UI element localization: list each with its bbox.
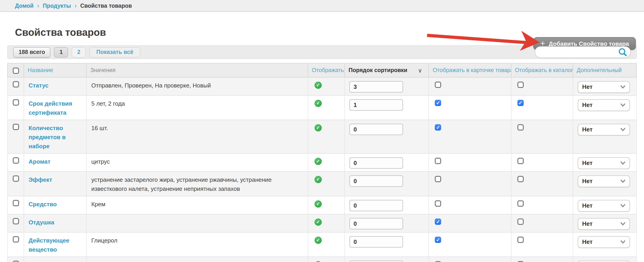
property-name-link[interactable]: Эффект — [28, 175, 52, 185]
column-header-show-in-catalog[interactable]: Отображать в каталоге — [511, 63, 573, 77]
row-select-checkbox[interactable] — [13, 200, 19, 206]
column-header-visible[interactable]: Отображать — [308, 63, 345, 77]
property-row: Действующее вещество Глицерол Нет — [8, 232, 636, 257]
property-values: Отправлен, Проверен, На проверке, Новый — [86, 77, 308, 95]
properties-table-body: Статус Отправлен, Проверен, На проверке,… — [8, 77, 636, 262]
sort-order-input[interactable] — [350, 175, 403, 187]
property-name-link[interactable]: Аромат — [28, 157, 50, 166]
show-all-button[interactable]: Показать всё — [90, 47, 140, 57]
search-icon[interactable] — [618, 48, 628, 57]
additional-select[interactable]: Нет — [578, 81, 630, 93]
sort-order-input[interactable] — [350, 81, 403, 92]
show-in-catalog-checkbox[interactable] — [517, 176, 524, 182]
column-header-sort[interactable]: Порядок сортировки ∨ — [345, 63, 429, 77]
chevron-down-icon — [620, 103, 626, 107]
visible-status-icon[interactable] — [314, 158, 322, 165]
sort-order-input[interactable] — [350, 200, 403, 211]
additional-select[interactable]: Нет — [578, 175, 630, 187]
sort-direction-icon[interactable]: ∨ — [418, 67, 422, 74]
search-box — [534, 46, 631, 58]
property-name-link[interactable]: Отдушка — [28, 218, 54, 227]
row-select-checkbox[interactable] — [13, 175, 19, 182]
property-row: Страна производитель Россия Нет — [8, 257, 636, 262]
show-in-card-checkbox[interactable] — [435, 200, 441, 207]
additional-select-value: Нет — [582, 177, 620, 186]
visible-status-icon[interactable] — [314, 82, 322, 89]
property-values: 16 шт. — [86, 120, 308, 153]
show-in-card-checkbox[interactable] — [435, 237, 441, 243]
show-in-card-checkbox[interactable] — [435, 124, 441, 131]
breadcrumb-link-products[interactable]: Продукты — [43, 2, 71, 9]
visible-status-icon[interactable] — [314, 100, 322, 107]
row-select-checkbox[interactable] — [13, 124, 19, 130]
select-all-checkbox[interactable] — [13, 67, 19, 74]
property-name-link[interactable]: Статус — [28, 81, 48, 90]
sort-order-input[interactable] — [350, 124, 403, 135]
page-title: Свойства товаров — [15, 27, 106, 38]
chevron-down-icon — [620, 85, 626, 89]
row-select-checkbox[interactable] — [13, 81, 19, 87]
show-in-catalog-checkbox[interactable] — [517, 158, 524, 164]
show-in-catalog-checkbox[interactable] — [517, 200, 524, 207]
sort-order-input[interactable] — [350, 261, 403, 262]
show-in-catalog-checkbox[interactable] — [517, 219, 524, 225]
additional-select-value: Нет — [582, 82, 620, 92]
page-button-2[interactable]: 2 — [72, 47, 86, 57]
row-select-checkbox[interactable] — [13, 157, 19, 164]
breadcrumb-link-home[interactable]: Домой — [15, 2, 34, 9]
additional-select[interactable]: Нет — [578, 99, 630, 111]
visible-status-icon[interactable] — [314, 200, 322, 208]
property-values: Россия — [86, 257, 308, 262]
additional-select[interactable]: Нет — [578, 218, 630, 230]
additional-select-value: Нет — [582, 219, 620, 229]
row-select-checkbox[interactable] — [13, 218, 19, 224]
visible-status-icon[interactable] — [314, 124, 322, 131]
row-select-checkbox[interactable] — [13, 99, 19, 106]
sort-order-input[interactable] — [350, 236, 403, 248]
property-row: Количество предметов в наборе 16 шт. Нет — [8, 120, 636, 153]
show-in-catalog-checkbox[interactable] — [517, 124, 524, 131]
property-name-link[interactable]: Средство — [28, 200, 57, 209]
visible-status-icon[interactable] — [314, 176, 322, 183]
breadcrumb: Домой › Продукты › Свойства товаров — [0, 0, 644, 12]
column-header-name[interactable]: Название — [24, 63, 86, 77]
visible-status-icon[interactable] — [314, 237, 322, 244]
show-in-card-checkbox[interactable] — [435, 100, 441, 106]
additional-select-value: Нет — [582, 159, 620, 168]
show-in-card-checkbox[interactable] — [435, 176, 441, 182]
additional-select[interactable]: Нет — [578, 236, 630, 248]
breadcrumb-separator-icon: › — [75, 2, 77, 9]
page-header: Свойства товаров + Добавить Свойство тов… — [0, 12, 644, 43]
property-name-link[interactable]: Действующее вещество — [28, 236, 82, 254]
additional-select[interactable]: Нет — [578, 200, 630, 212]
total-count-button[interactable]: 188 всего — [13, 47, 50, 57]
page-button-1[interactable]: 1 — [54, 47, 68, 57]
sort-order-input[interactable] — [350, 157, 403, 169]
show-in-catalog-checkbox[interactable] — [517, 82, 524, 88]
show-in-card-checkbox[interactable] — [435, 158, 441, 164]
show-in-catalog-checkbox[interactable] — [517, 261, 524, 262]
visible-status-icon[interactable] — [314, 261, 322, 262]
sort-order-input[interactable] — [350, 99, 403, 111]
show-in-card-checkbox[interactable] — [435, 261, 441, 262]
show-in-card-checkbox[interactable] — [435, 219, 441, 225]
chevron-down-icon — [620, 222, 626, 226]
property-row: Срок действия сертификата 5 лет, 2 года … — [8, 95, 636, 120]
property-values: устранение застарелого жира, устранение … — [86, 172, 308, 196]
show-in-catalog-checkbox[interactable] — [517, 100, 524, 106]
breadcrumb-current: Свойства товаров — [80, 2, 132, 9]
column-header-show-in-card[interactable]: Отображать в карточке товара — [429, 63, 511, 77]
column-header-additional[interactable]: Дополнительный — [573, 63, 637, 77]
property-name-link[interactable]: Страна производитель — [28, 261, 82, 262]
additional-select[interactable]: Нет — [578, 124, 630, 136]
property-name-link[interactable]: Срок действия сертификата — [28, 99, 82, 117]
row-select-checkbox[interactable] — [13, 236, 19, 243]
visible-status-icon[interactable] — [314, 219, 322, 226]
show-in-catalog-checkbox[interactable] — [517, 237, 524, 243]
additional-select[interactable]: Нет — [578, 157, 630, 169]
additional-select[interactable]: Нет — [578, 261, 630, 262]
row-select-checkbox[interactable] — [13, 261, 19, 262]
show-in-card-checkbox[interactable] — [435, 82, 441, 88]
property-name-link[interactable]: Количество предметов в наборе — [28, 124, 82, 151]
sort-order-input[interactable] — [350, 218, 403, 229]
